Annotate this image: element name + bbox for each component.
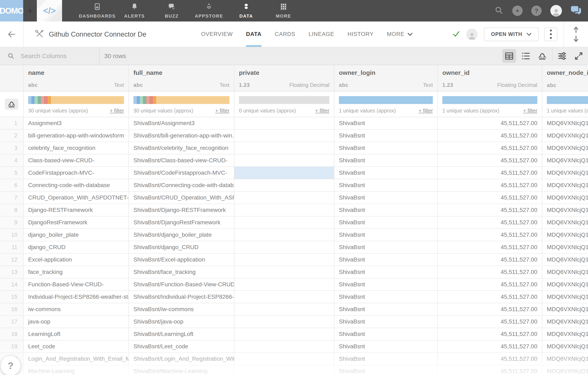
column-settings-button[interactable]: [555, 49, 569, 63]
cell-private[interactable]: [234, 291, 334, 303]
cell-owner-id[interactable]: 45,511,527.00: [437, 266, 542, 278]
cell-owner-node-id[interactable]: MDQ6VXNlcjQ1NTE: [542, 365, 588, 375]
cell-full-name[interactable]: ShivaBsnt/DjangoRestFramework: [128, 216, 234, 228]
nav-item-appstore[interactable]: APPSTORE: [190, 0, 228, 21]
search-icon[interactable]: [494, 6, 504, 16]
cell-full-name[interactable]: ShivaBsnt/Individual-Project-ESP8266-w..…: [128, 291, 234, 303]
cell-owner-id[interactable]: 45,511,527.00: [437, 365, 542, 375]
avatar[interactable]: [550, 5, 562, 17]
cell-owner-login[interactable]: ShivaBsnt: [334, 117, 437, 129]
cell-name[interactable]: Machine-Learning: [23, 365, 128, 375]
cell-full-name[interactable]: ShivaBsnt/iw-commons: [128, 303, 234, 315]
distribution-view-button[interactable]: [536, 49, 549, 63]
code-tile-icon[interactable]: </>: [37, 0, 62, 21]
cell-name[interactable]: Assignment3: [23, 117, 128, 129]
cell-full-name[interactable]: ShivaBsnt/celebrity_face_recognition: [128, 142, 234, 154]
cell-owner-login[interactable]: ShivaBsnt: [334, 229, 437, 241]
cell-owner-id[interactable]: 45,511,527.00: [437, 291, 542, 303]
column-header[interactable]: full_name abc Text: [128, 65, 234, 91]
cell-owner-id[interactable]: 45,511,527.00: [437, 353, 542, 365]
cell-owner-id[interactable]: 45,511,527.00: [437, 167, 542, 179]
cell-full-name[interactable]: ShivaBsnt/Function-Based-View-CRUD-: [128, 278, 234, 290]
column-header[interactable]: owner_node_id abc: [542, 65, 588, 91]
tab-data[interactable]: DATA: [246, 21, 262, 47]
cell-full-name[interactable]: ShivaBsnt/Connecting-code-with-datab...: [128, 179, 234, 191]
column-header[interactable]: name abc Text: [23, 65, 128, 91]
cell-private[interactable]: [234, 328, 334, 340]
expand-icon[interactable]: [572, 49, 586, 63]
cell-name[interactable]: django_boiler_plate: [23, 229, 128, 241]
nav-item-more[interactable]: MORE: [265, 0, 302, 21]
cell-owner-id[interactable]: 45,511,527.00: [437, 328, 542, 340]
cell-full-name[interactable]: ShivaBsnt/Assignment3: [128, 117, 234, 129]
cell-private[interactable]: [234, 316, 334, 328]
cell-owner-login[interactable]: ShivaBsnt: [334, 278, 437, 290]
cell-full-name[interactable]: ShivaBsnt/Login_And_Registration_With...: [128, 353, 234, 365]
owner-avatar[interactable]: [466, 29, 478, 40]
cell-owner-login[interactable]: ShivaBsnt: [334, 316, 437, 328]
cell-owner-id[interactable]: 45,511,527.00: [437, 179, 542, 191]
cell-owner-id[interactable]: 45,511,527.00: [437, 142, 542, 154]
cell-owner-id[interactable]: 45,511,527.00: [437, 316, 542, 328]
filter-link[interactable]: + filter: [110, 108, 124, 114]
messages-icon[interactable]: [571, 5, 581, 17]
more-options-button[interactable]: [544, 28, 557, 41]
cell-name[interactable]: Individual-Project-ESP8266-weather-sta..…: [23, 291, 128, 303]
cell-owner-node-id[interactable]: MDQ6VXNlcjQ1NTE: [542, 130, 588, 142]
cell-owner-login[interactable]: ShivaBsnt: [334, 130, 437, 142]
nav-item-dashboards[interactable]: DASHBOARDS: [79, 0, 116, 21]
cell-private[interactable]: [234, 117, 334, 129]
cell-owner-login[interactable]: ShivaBsnt: [334, 179, 437, 191]
cell-name[interactable]: DjangoRestFramework: [23, 216, 128, 228]
cell-name[interactable]: iw-commons: [23, 303, 128, 315]
cell-owner-login[interactable]: ShivaBsnt: [334, 266, 437, 278]
cell-owner-login[interactable]: ShivaBsnt: [334, 303, 437, 315]
cell-owner-node-id[interactable]: MDQ6VXNlcjQ1NTE: [542, 241, 588, 253]
cell-name[interactable]: face_tracking: [23, 266, 128, 278]
cell-name[interactable]: django_CRUD: [23, 241, 128, 253]
cell-full-name[interactable]: ShivaBsnt/CodeFirstapproach-MVC-: [128, 167, 234, 179]
add-circle-icon[interactable]: +: [512, 6, 523, 16]
nav-item-data[interactable]: DATA: [228, 0, 265, 21]
tab-lineage[interactable]: LINEAGE: [309, 21, 334, 47]
cell-private[interactable]: [234, 130, 334, 142]
cell-private[interactable]: [234, 167, 334, 179]
cell-owner-login[interactable]: ShivaBsnt: [334, 167, 437, 179]
cell-name[interactable]: CodeFirstapproach-MVC-: [23, 167, 128, 179]
filter-link[interactable]: + filter: [523, 108, 537, 114]
cell-owner-node-id[interactable]: MDQ6VXNlcjQ1NTE: [542, 142, 588, 154]
cell-owner-login[interactable]: ShivaBsnt: [334, 365, 437, 375]
cell-full-name[interactable]: ShivaBsnt/LearningLoft: [128, 328, 234, 340]
nav-item-alerts[interactable]: ALERTS: [116, 0, 153, 21]
column-header[interactable]: owner_login abc Text: [334, 65, 437, 91]
cell-owner-login[interactable]: ShivaBsnt: [334, 254, 437, 266]
cell-owner-id[interactable]: 45,511,527.00: [437, 216, 542, 228]
nav-item-buzz[interactable]: BUZZ: [153, 0, 190, 21]
cell-name[interactable]: celebrity_face_recognition: [23, 142, 128, 154]
cell-private[interactable]: [234, 254, 334, 266]
cell-owner-id[interactable]: 45,511,527.00: [437, 204, 542, 216]
tab-history[interactable]: HISTORY: [347, 21, 374, 47]
cell-owner-login[interactable]: ShivaBsnt: [334, 204, 437, 216]
cell-name[interactable]: LearningLoft: [23, 328, 128, 340]
cell-owner-login[interactable]: ShivaBsnt: [334, 241, 437, 253]
cell-full-name[interactable]: ShivaBsnt/Machine-Learning: [128, 365, 234, 375]
search-columns-input[interactable]: [21, 52, 89, 60]
cell-owner-node-id[interactable]: MDQ6VXNlcjQ1NTE: [542, 341, 588, 353]
cell-owner-node-id[interactable]: MDQ6VXNlcjQ1NTE: [542, 216, 588, 228]
cell-private[interactable]: [234, 278, 334, 290]
column-header[interactable]: private 1.23 Floating Decimal: [234, 65, 334, 91]
cell-owner-node-id[interactable]: MDQ6VXNlcjQ1NTE: [542, 192, 588, 204]
tab-cards[interactable]: CARDS: [275, 21, 295, 47]
cell-private[interactable]: [234, 142, 334, 154]
filter-link[interactable]: + filter: [419, 108, 433, 114]
arrow-up-icon[interactable]: [573, 26, 579, 33]
cell-owner-id[interactable]: 45,511,527.00: [437, 303, 542, 315]
domo-logo[interactable]: DOMO: [0, 0, 23, 21]
cell-full-name[interactable]: ShivaBsnt/Excel-application: [128, 254, 234, 266]
cell-name[interactable]: Class-based-view-CRUD-: [23, 154, 128, 166]
filter-link[interactable]: + filter: [215, 108, 230, 114]
cell-owner-login[interactable]: ShivaBsnt: [334, 341, 437, 353]
cell-owner-node-id[interactable]: MDQ6VXNlcjQ1NTE: [542, 167, 588, 179]
back-button[interactable]: [0, 21, 23, 47]
